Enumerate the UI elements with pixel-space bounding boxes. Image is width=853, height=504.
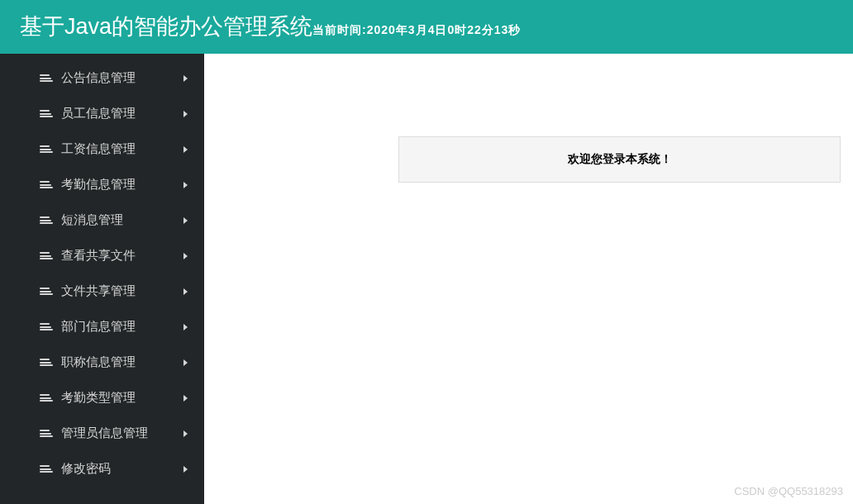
chevron-right-icon bbox=[183, 253, 188, 259]
chevron-right-icon bbox=[183, 359, 188, 366]
sidebar-item-label: 工资信息管理 bbox=[61, 141, 183, 157]
chevron-right-icon bbox=[183, 217, 188, 224]
sidebar-item-label: 修改密码 bbox=[61, 461, 183, 477]
chevron-right-icon bbox=[183, 111, 188, 117]
container: 公告信息管理 员工信息管理 工资信息管理 考勤信息管理 短消息管理 查看共享文件 bbox=[0, 54, 853, 504]
stack-icon bbox=[40, 110, 53, 117]
main-content: 欢迎您登录本系统！ CSDN @QQ55318293 bbox=[204, 54, 853, 504]
sidebar: 公告信息管理 员工信息管理 工资信息管理 考勤信息管理 短消息管理 查看共享文件 bbox=[0, 54, 204, 504]
stack-icon bbox=[40, 74, 53, 82]
chevron-right-icon bbox=[183, 182, 188, 188]
sidebar-item-admin[interactable]: 管理员信息管理 bbox=[0, 416, 204, 451]
sidebar-item-employee[interactable]: 员工信息管理 bbox=[0, 96, 204, 131]
sidebar-item-password[interactable]: 修改密码 bbox=[0, 451, 204, 487]
sidebar-item-label: 员工信息管理 bbox=[61, 106, 183, 121]
sidebar-item-label: 部门信息管理 bbox=[61, 319, 183, 335]
sidebar-item-attendance-type[interactable]: 考勤类型管理 bbox=[0, 380, 204, 416]
stack-icon bbox=[40, 394, 53, 402]
chevron-right-icon bbox=[183, 75, 188, 82]
stack-icon bbox=[40, 430, 53, 437]
stack-icon bbox=[40, 288, 53, 295]
watermark: CSDN @QQ55318293 bbox=[734, 485, 843, 497]
sidebar-item-label: 考勤类型管理 bbox=[61, 390, 183, 406]
sidebar-item-attendance[interactable]: 考勤信息管理 bbox=[0, 167, 204, 202]
chevron-right-icon bbox=[183, 146, 188, 153]
chevron-right-icon bbox=[183, 288, 188, 295]
sidebar-item-label: 文件共享管理 bbox=[61, 283, 183, 299]
stack-icon bbox=[40, 252, 53, 259]
stack-icon bbox=[40, 465, 53, 473]
stack-icon bbox=[40, 323, 53, 330]
sidebar-item-label: 查看共享文件 bbox=[61, 248, 183, 264]
sidebar-item-message[interactable]: 短消息管理 bbox=[0, 202, 204, 238]
sidebar-item-label: 考勤信息管理 bbox=[61, 177, 183, 193]
chevron-right-icon bbox=[183, 430, 188, 437]
stack-icon bbox=[40, 145, 53, 153]
sidebar-item-file-share[interactable]: 文件共享管理 bbox=[0, 273, 204, 309]
chevron-right-icon bbox=[183, 395, 188, 402]
sidebar-item-view-share[interactable]: 查看共享文件 bbox=[0, 238, 204, 273]
sidebar-item-label: 管理员信息管理 bbox=[61, 426, 183, 441]
sidebar-item-label: 短消息管理 bbox=[61, 212, 183, 228]
stack-icon bbox=[40, 359, 53, 366]
sidebar-item-label: 职称信息管理 bbox=[61, 354, 183, 370]
chevron-right-icon bbox=[183, 466, 188, 473]
welcome-message: 欢迎您登录本系统！ bbox=[398, 136, 841, 183]
stack-icon bbox=[40, 181, 53, 188]
stack-icon bbox=[40, 216, 53, 224]
header: 基于Java的智能办公管理系统 当前时间:2020年3月4日0时22分13秒 bbox=[0, 0, 853, 54]
current-time: 当前时间:2020年3月4日0时22分13秒 bbox=[312, 23, 521, 38]
sidebar-item-announcement[interactable]: 公告信息管理 bbox=[0, 60, 204, 96]
sidebar-item-department[interactable]: 部门信息管理 bbox=[0, 309, 204, 345]
sidebar-item-salary[interactable]: 工资信息管理 bbox=[0, 131, 204, 167]
sidebar-item-title[interactable]: 职称信息管理 bbox=[0, 345, 204, 380]
app-title: 基于Java的智能办公管理系统 bbox=[20, 12, 312, 41]
chevron-right-icon bbox=[183, 324, 188, 330]
sidebar-item-label: 公告信息管理 bbox=[61, 70, 183, 86]
